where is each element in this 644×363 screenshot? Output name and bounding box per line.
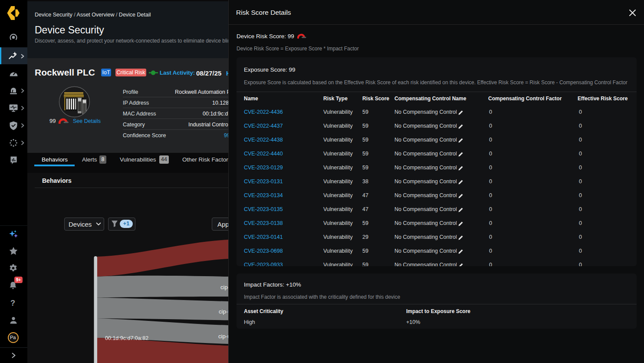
svg-text:00:1d:9c:d7:0a:82: 00:1d:9c:d7:0a:82 [105,335,148,341]
